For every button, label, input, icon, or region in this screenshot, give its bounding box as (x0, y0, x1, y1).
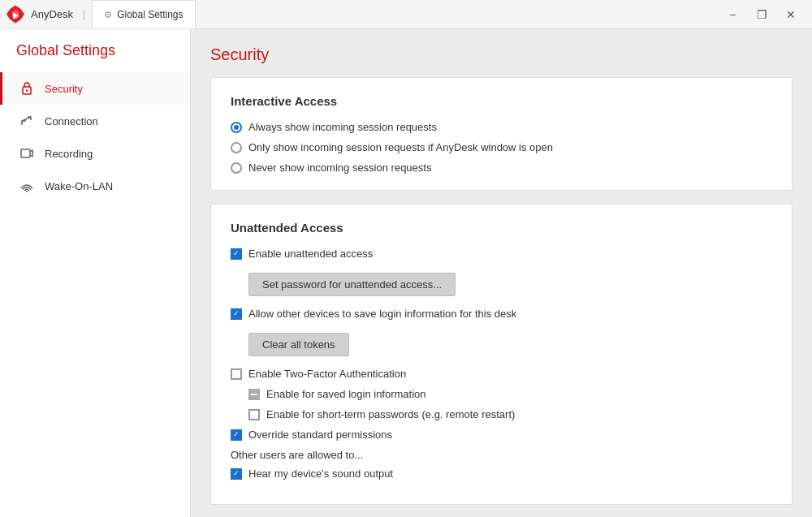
checkbox-box-enable-unattended (231, 248, 242, 260)
tab-label: Global Settings (117, 9, 183, 20)
clear-tokens-button[interactable]: Clear all tokens (248, 333, 349, 356)
svg-text:▶: ▶ (13, 11, 19, 19)
sidebar-item-wake-on-lan[interactable]: Wake-On-LAN (0, 170, 190, 202)
interactive-access-title: Interactive Access (231, 94, 772, 108)
radio-label-never: Never show incoming session requests (248, 162, 431, 174)
sidebar-item-connection[interactable]: Connection (0, 105, 190, 137)
radio-label-only-if-open: Only show incoming session requests if A… (248, 141, 553, 153)
checkbox-label-short-term: Enable for short-term passwords (e.g. re… (266, 408, 515, 420)
sidebar: Global Settings Security Connection (0, 29, 191, 517)
checkbox-short-term[interactable]: Enable for short-term passwords (e.g. re… (248, 408, 772, 420)
svg-point-4 (26, 89, 28, 91)
app-name: AnyDesk (31, 8, 73, 20)
security-icon (19, 80, 35, 97)
wake-on-lan-icon (19, 178, 35, 194)
page-title: Security (210, 45, 793, 64)
checkbox-label-allow-devices: Allow other devices to save login inform… (248, 308, 516, 320)
radio-circle-never (231, 162, 242, 174)
checkbox-box-saved-login (248, 389, 260, 400)
title-separator: | (83, 9, 85, 20)
other-users-text: Other users are allowed to... (231, 449, 772, 461)
sidebar-label-wake-on-lan: Wake-On-LAN (45, 180, 113, 192)
checkbox-box-override (231, 429, 242, 441)
checkbox-label-saved-login: Enable for saved login information (266, 388, 426, 400)
checkbox-box-short-term (248, 409, 260, 420)
set-password-button[interactable]: Set password for unattended access... (248, 273, 456, 296)
checkbox-hear-sound[interactable]: Hear my device's sound output (231, 467, 772, 480)
checkbox-allow-devices[interactable]: Allow other devices to save login inform… (231, 308, 772, 320)
unattended-access-card: Unattended Access Enable unattended acce… (210, 204, 793, 505)
checkbox-box-allow-devices (231, 308, 242, 320)
titlebar: ▶ AnyDesk | ⚙ Global Settings − ❐ ✕ (0, 0, 812, 29)
sidebar-label-security: Security (45, 83, 83, 95)
checkbox-saved-login[interactable]: Enable for saved login information (248, 388, 772, 400)
checkbox-box-hear-sound (231, 468, 242, 480)
checkbox-label-override: Override standard permissions (248, 429, 392, 441)
radio-circle-always (231, 122, 242, 133)
maximize-button[interactable]: ❐ (747, 0, 776, 29)
settings-tab-icon: ⚙ (104, 10, 112, 20)
svg-point-7 (26, 191, 28, 192)
main-layout: Global Settings Security Connection (0, 29, 812, 517)
global-settings-tab[interactable]: ⚙ Global Settings (92, 0, 195, 28)
minimize-button[interactable]: − (718, 0, 747, 29)
sidebar-item-recording[interactable]: Recording (0, 137, 190, 170)
sidebar-item-security[interactable]: Security (0, 72, 190, 105)
radio-circle-only-if-open (231, 142, 242, 153)
radio-label-always: Always show incoming session requests (248, 121, 437, 133)
radio-never[interactable]: Never show incoming session requests (231, 162, 772, 174)
interactive-access-card: Interactive Access Always show incoming … (210, 77, 793, 191)
connection-icon (19, 113, 35, 129)
app-logo: ▶ (6, 6, 24, 24)
checkbox-label-enable-unattended: Enable unattended access (248, 248, 373, 260)
svg-rect-6 (21, 149, 30, 157)
sidebar-label-connection: Connection (45, 115, 98, 127)
sidebar-title: Global Settings (0, 42, 190, 72)
unattended-access-title: Unattended Access (231, 221, 772, 235)
checkbox-override[interactable]: Override standard permissions (231, 429, 772, 441)
radio-group-interactive: Always show incoming session requests On… (231, 121, 772, 174)
recording-icon (19, 145, 35, 162)
checkbox-label-two-factor: Enable Two-Factor Authentication (248, 368, 406, 380)
radio-always[interactable]: Always show incoming session requests (231, 121, 772, 133)
checkbox-label-hear-sound: Hear my device's sound output (248, 467, 393, 480)
window-controls: − ❐ ✕ (718, 0, 806, 29)
sidebar-label-recording: Recording (45, 148, 93, 160)
checkbox-enable-unattended[interactable]: Enable unattended access (231, 248, 772, 260)
checkbox-box-two-factor (231, 368, 242, 380)
checkbox-two-factor[interactable]: Enable Two-Factor Authentication (231, 368, 772, 380)
radio-only-if-open[interactable]: Only show incoming session requests if A… (231, 141, 772, 153)
content-area: Security Interactive Access Always show … (191, 29, 812, 517)
close-button[interactable]: ✕ (776, 0, 806, 29)
